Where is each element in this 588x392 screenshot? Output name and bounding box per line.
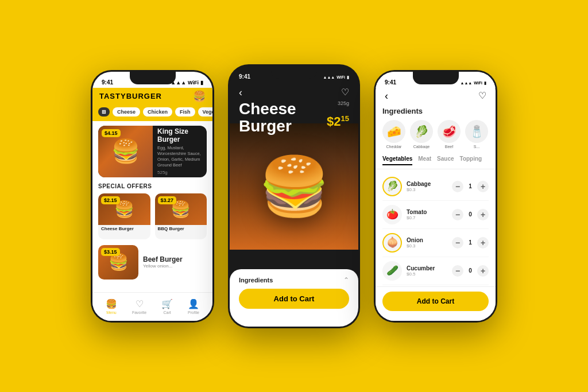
cabbage-plus-button[interactable]: + <box>477 181 489 192</box>
tomato-icon: 🍅 <box>382 205 402 224</box>
onion-plus-button[interactable]: + <box>477 237 489 249</box>
featured-price: $4.15 <box>102 129 121 137</box>
back-button[interactable]: ‹ <box>239 87 242 99</box>
onion-minus-button[interactable]: − <box>452 237 463 249</box>
cart-nav-icon: 🛒 <box>161 298 173 309</box>
cucumber-name: Cucumber <box>407 265 447 271</box>
menu-icon[interactable]: 🍔 <box>193 90 206 103</box>
ingredients-top: Ingredients 🧀 Cheddar 🥬 Cabbage 🥩 Beef <box>376 107 496 152</box>
filter-tabs: ⊞ Cheese Chicken Fish Vegeta... <box>92 107 212 121</box>
burger-big-emoji: 🍔 <box>258 153 330 220</box>
wifi-icon-3: WiFi <box>474 81 482 85</box>
nav-cart[interactable]: 🛒 Cart <box>161 298 173 315</box>
featured-desc: Egg, Mustard, Worcestershire Sauce, Onio… <box>157 145 202 168</box>
burger-price-area: $215 <box>327 114 349 129</box>
cheddar-circle: 🧀 <box>382 120 405 143</box>
favorite-button[interactable]: ♡ <box>341 87 349 99</box>
cucumber-plus-button[interactable]: + <box>477 265 489 277</box>
filter-fish[interactable]: Fish <box>175 107 195 117</box>
ingredient-row-1: 🍅 Tomato $0.7 − 0 + <box>382 201 489 229</box>
top-ingredient-1: 🥬 Cabbage <box>410 120 433 149</box>
signal-icon-2: ▲▲▲ <box>323 75 335 79</box>
battery-icon-3: ▮ <box>484 81 486 86</box>
top-ingredient-2: 🥩 Beef <box>438 120 461 149</box>
price-decimal: 15 <box>341 114 349 123</box>
nav-favorite[interactable]: ♡ Favorite <box>132 298 146 315</box>
grid-view-button[interactable]: ⊞ <box>98 107 110 117</box>
special-card-0[interactable]: 🍔 $2.15 Cheese Burger <box>98 193 150 239</box>
cabbage-minus-button[interactable]: − <box>452 181 463 192</box>
nav-profile[interactable]: 👤 Profile <box>188 298 199 315</box>
phone3-header: ‹ ♡ <box>376 88 496 107</box>
bottom-item-img: 🍔 $3.15 <box>98 245 138 280</box>
add-to-cart-button[interactable]: Add to Cart <box>239 289 349 309</box>
favorite-nav-label: Favorite <box>132 311 146 315</box>
tab-vegetables[interactable]: Vegetables <box>382 156 412 165</box>
tomato-name: Tomato <box>407 209 447 215</box>
featured-card[interactable]: 🍔 $4.15 King Size Burger Egg, Mustard, W… <box>98 126 207 177</box>
back-button-3[interactable]: ‹ <box>385 90 388 102</box>
beef-label: Beef <box>445 145 453 149</box>
beef-circle: 🥩 <box>438 120 461 143</box>
tomato-qty: 0 <box>467 211 474 218</box>
burger-price: $215 <box>327 114 349 129</box>
cabbage-label: Cabbage <box>413 145 430 149</box>
cabbage-qty-control: − 1 + <box>452 181 489 192</box>
signal-icon-3: ▲▲▲ <box>460 81 472 85</box>
favorite-button-3[interactable]: ♡ <box>478 90 486 102</box>
tomato-plus-button[interactable]: + <box>477 209 489 220</box>
cucumber-price: $0.5 <box>407 271 447 277</box>
cabbage-qty: 1 <box>467 183 474 189</box>
bottom-item-price: $3.15 <box>101 248 120 256</box>
bottom-item-card[interactable]: 🍔 $3.15 Beef Burger Yellow onion... <box>98 245 207 280</box>
filter-veg[interactable]: Vegeta... <box>198 107 212 117</box>
special-card-1[interactable]: 🍔 $3.27 BBQ Burger <box>155 193 207 239</box>
nav-menu[interactable]: 🍔 Menu <box>106 298 117 315</box>
cucumber-qty-control: − 0 + <box>452 265 489 277</box>
cabbage-info: Cabbage $0.3 <box>407 181 447 192</box>
onion-price: $0.3 <box>407 243 447 249</box>
tomato-qty-control: − 0 + <box>452 209 489 220</box>
cabbage-price: $0.3 <box>407 187 447 192</box>
phone-ingredients: 9:41 ▲▲▲ WiFi ▮ ‹ ♡ Ingredients 🧀 Chedda… <box>374 70 497 323</box>
special-offers-title: SPECIAL OFFERS <box>98 183 207 189</box>
add-to-cart-button-3[interactable]: Add to Cart <box>382 292 489 311</box>
phone3-bottom: Add to Cart <box>376 286 496 321</box>
filter-chicken[interactable]: Chicken <box>143 107 172 117</box>
tab-sauce[interactable]: Sauce <box>437 156 454 165</box>
tab-meat[interactable]: Meat <box>418 156 431 165</box>
salt-label: S... <box>474 145 480 149</box>
menu-nav-label: Menu <box>106 311 117 315</box>
profile-nav-icon: 👤 <box>188 298 199 309</box>
bottom-item-desc: Yellow onion... <box>143 263 207 269</box>
featured-name: King Size Burger <box>157 127 202 144</box>
burger-hero-image: 🍔 <box>230 123 358 250</box>
ingredient-circles: 🧀 Cheddar 🥬 Cabbage 🥩 Beef 🧂 S... <box>382 120 489 149</box>
ingredients-row: Ingredients ⌃ <box>239 276 349 284</box>
featured-weight: 525g <box>157 170 202 175</box>
price-symbol: $ <box>327 114 334 129</box>
cucumber-minus-button[interactable]: − <box>452 265 463 277</box>
ingredient-row-0: 🥬 Cabbage $0.3 − 1 + <box>382 173 489 201</box>
filter-cheese[interactable]: Cheese <box>113 107 140 117</box>
cabbage-icon: 🥬 <box>382 177 402 196</box>
menu-nav-icon: 🍔 <box>106 298 117 309</box>
tomato-minus-button[interactable]: − <box>452 209 463 220</box>
phone-menu: 9:41 ▲▲▲ WiFi ▮ TASTYBURGER 🍔 ⊞ Cheese C… <box>91 70 214 323</box>
top-ingredient-0: 🧀 Cheddar <box>382 120 405 149</box>
salt-circle: 🧂 <box>465 120 488 143</box>
ingredient-list: 🥬 Cabbage $0.3 − 1 + 🍅 Tomato <box>376 169 496 286</box>
top-ingredient-3: 🧂 S... <box>465 120 488 149</box>
time-2: 9:41 <box>239 73 250 80</box>
tab-topping[interactable]: Topping <box>460 156 482 165</box>
notch-3 <box>413 72 459 84</box>
price-main: 2 <box>334 114 341 129</box>
favorite-nav-icon: ♡ <box>136 298 144 309</box>
featured-image: 🍔 $4.15 <box>98 126 153 177</box>
phone2-bottom: Ingredients ⌃ Add to Cart <box>230 269 358 327</box>
special-price-0: $2.15 <box>101 196 120 204</box>
ingredients-label: Ingredients <box>239 277 273 284</box>
cart-nav-label: Cart <box>163 311 171 315</box>
ingredients-toggle-icon[interactable]: ⌃ <box>343 276 349 284</box>
status-icons-1: ▲▲▲ WiFi ▮ <box>171 80 203 86</box>
